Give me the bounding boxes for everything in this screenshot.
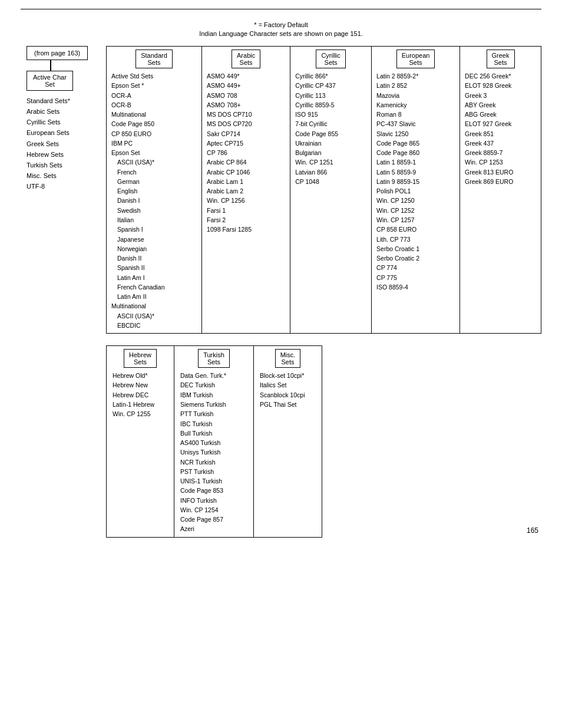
sidebar-item-turkish-sets: Turkish Sets	[27, 160, 70, 170]
list-item: Win. CP 1251	[295, 157, 366, 167]
left-section: (from page 163) Active Char Set Standard…	[21, 46, 106, 192]
list-item: OCR-A	[111, 91, 197, 100]
list-item: PST Turkish	[180, 467, 247, 476]
arabic-sets-list: ASMO 449* ASMO 449+ ASMO 708 ASMO 708+ M…	[207, 71, 285, 235]
list-item-ebcdic: EBCDIC	[111, 321, 197, 330]
list-item: INFO Turkish	[180, 496, 247, 505]
list-item: DEC Turkish	[180, 380, 247, 390]
list-item: Italics Set	[260, 380, 316, 390]
list-item: Siemens Turkish	[180, 400, 247, 409]
list-item: Win. CP 1250	[376, 196, 455, 205]
list-item: ASMO 449+	[207, 81, 285, 90]
misc-sets-list: Block-set 10cpi* Italics Set Scanblock 1…	[260, 371, 316, 409]
list-item: Arabic CP 1046	[207, 167, 285, 177]
list-item: Greek 869 EURO	[465, 177, 536, 186]
arabic-sets-col: ArabicSets ASMO 449* ASMO 449+ ASMO 708 …	[202, 47, 290, 333]
list-item: Scanblock 10cpi	[260, 390, 316, 400]
list-item: Latin-1 Hebrew	[113, 400, 168, 409]
list-item: Serbo Croatic 1	[376, 244, 455, 253]
list-item: Unisys Turkish	[180, 447, 247, 457]
list-item-english: English	[111, 186, 197, 196]
list-item: CP 775	[376, 273, 455, 282]
list-item: ASMO 449*	[207, 71, 285, 81]
turkish-sets-col: TurkishSets Data Gen. Turk.* DEC Turkish…	[174, 346, 254, 537]
list-item: ABY Greek	[465, 100, 536, 110]
list-item: Greek 3	[465, 91, 536, 100]
list-item: OCR-B	[111, 100, 197, 110]
standard-sets-list: Active Std Sets Epson Set * OCR-A OCR-B …	[111, 71, 197, 330]
sidebar-item-greek-sets: Greek Sets	[27, 139, 70, 149]
list-item: PGL Thai Set	[260, 400, 316, 409]
bottom-columns-container: HebrewSets Hebrew Old* Hebrew New Hebrew…	[106, 345, 322, 538]
arabic-sets-header: ArabicSets	[232, 50, 260, 68]
list-item: Greek 813 EURO	[465, 167, 536, 177]
list-item: Bull Turkish	[180, 429, 247, 438]
hebrew-sets-header: HebrewSets	[124, 349, 157, 368]
list-item: Win. CP 1256	[207, 196, 285, 205]
list-item: UNIS-1 Turkish	[180, 476, 247, 486]
sidebar-item-cyrillic-sets: Cyrillic Sets	[27, 117, 70, 127]
list-item: Data Gen. Turk.*	[180, 371, 247, 380]
list-item: AS400 Turkish	[180, 438, 247, 447]
top-decorative-line	[21, 9, 541, 9]
list-item: ASMO 708+	[207, 100, 285, 110]
list-item: Sakr CP714	[207, 129, 285, 139]
list-item: Bulgarian	[295, 148, 366, 157]
bottom-diagram-row: HebrewSets Hebrew Old* Hebrew New Hebrew…	[21, 345, 541, 538]
list-item: PC-437 Slavic	[376, 119, 455, 129]
cyrillic-sets-header: CyrillicSets	[316, 50, 345, 68]
list-item: 1098 Farsi 1285	[207, 225, 285, 234]
greek-sets-list: DEC 256 Greek* ELOT 928 Greek Greek 3 AB…	[465, 71, 536, 186]
page-container: * = Factory Default Indian Language Char…	[0, 0, 562, 546]
list-item: CP 774	[376, 263, 455, 272]
list-item: MS DOS CP720	[207, 119, 285, 129]
list-item: Latin 2 852	[376, 81, 455, 90]
sidebar-item-hebrew-sets: Hebrew Sets	[27, 149, 70, 160]
list-item: Arabic Lam 1	[207, 177, 285, 186]
list-item-danish-i: Danish I	[111, 196, 197, 205]
list-item: Cyrillic 8859-5	[295, 100, 366, 110]
list-item: Farsi 1	[207, 206, 285, 215]
greek-sets-header: GreekSets	[487, 50, 515, 68]
factory-default-note: * = Factory Default	[21, 21, 541, 28]
top-diagram-row: (from page 163) Active Char Set Standard…	[21, 46, 541, 334]
sidebar-item-misc-sets: Misc. Sets	[27, 170, 70, 181]
list-item: ELOT 927 Greek	[465, 119, 536, 129]
list-item: CP 850 EURO	[111, 129, 197, 139]
european-sets-header: EuropeanSets	[396, 50, 435, 68]
european-sets-list: Latin 2 8859-2* Latin 2 852 Mazovia Kame…	[376, 71, 455, 292]
list-item: Azeri	[180, 524, 247, 533]
list-item: Code Page 853	[180, 486, 247, 495]
acs-label-line1: Active Char	[33, 74, 67, 81]
list-item-norwegian: Norwegian	[111, 244, 197, 253]
list-item: Code Page 865	[376, 139, 455, 148]
from-page-box: (from page 163)	[27, 46, 88, 60]
list-item-spanish-ii: Spanish II	[111, 263, 197, 272]
cyrillic-sets-list: Cyrillic 866* Cyrillic CP 437 Cyrillic 1…	[295, 71, 366, 186]
list-item: Multinational	[111, 301, 197, 311]
sidebar-item-standard-sets: Standard Sets*	[27, 95, 70, 106]
list-item: Cyrillic 866*	[295, 71, 366, 81]
list-item: IBM PC	[111, 139, 197, 148]
list-item-latin-am-i: Latin Am I	[111, 273, 197, 282]
list-item: Epson Set	[111, 148, 197, 157]
cyrillic-sets-col: CyrillicSets Cyrillic 866* Cyrillic CP 4…	[290, 47, 372, 333]
list-item: Win. CP 1252	[376, 206, 455, 215]
list-item: Greek 851	[465, 129, 536, 139]
list-item: Win. CP 1254	[180, 505, 247, 515]
list-item: ELOT 928 Greek	[465, 81, 536, 90]
turkish-sets-list: Data Gen. Turk.* DEC Turkish IBM Turkish…	[180, 371, 247, 534]
list-item-german: German	[111, 177, 197, 186]
active-char-set-box: Active Char Set	[27, 71, 73, 91]
list-item: Active Std Sets	[111, 71, 197, 81]
list-item: ISO 8859-4	[376, 282, 455, 292]
indian-language-note: Indian Language Character sets are shown…	[21, 30, 541, 37]
sidebar-item-utf8: UTF-8	[27, 181, 70, 192]
list-item: CP 786	[207, 148, 285, 157]
tree-columns-container: StandardSets Active Std Sets Epson Set *…	[106, 46, 541, 334]
list-item: NCR Turkish	[180, 457, 247, 467]
list-item: ASCII (USA)*	[111, 311, 197, 321]
greek-sets-col: GreekSets DEC 256 Greek* ELOT 928 Greek …	[460, 47, 541, 333]
list-item: ASCII (USA)*	[111, 157, 197, 167]
list-item: ASMO 708	[207, 91, 285, 100]
